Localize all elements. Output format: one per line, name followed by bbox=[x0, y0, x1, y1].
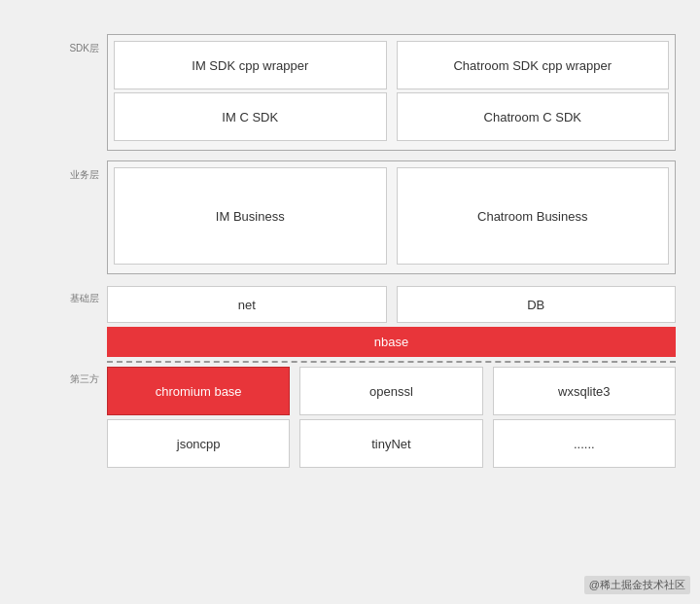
openssl-block: openssl bbox=[299, 367, 482, 415]
chatroom-business-block: Chatroom Business bbox=[397, 167, 670, 265]
chromium-base-block: chromium base bbox=[107, 367, 290, 415]
net-block: net bbox=[107, 286, 387, 323]
sdk-layer-label: SDK层 bbox=[24, 34, 107, 54]
separator bbox=[107, 361, 676, 363]
architecture-diagram: SDK层 IM SDK cpp wrapper Chatroom SDK cpp… bbox=[0, 0, 700, 604]
im-business-block: IM Business bbox=[114, 167, 387, 265]
third-party-label: 第三方 bbox=[24, 367, 107, 385]
business-layer-label: 业务层 bbox=[24, 160, 107, 181]
base-layer-label: 基础层 bbox=[24, 286, 107, 304]
db-block: DB bbox=[397, 286, 677, 323]
chatroom-c-sdk-block: Chatroom C SDK bbox=[397, 92, 670, 141]
im-c-sdk-block: IM C SDK bbox=[114, 92, 387, 141]
tinynet-block: tinyNet bbox=[299, 419, 482, 468]
ellipsis-block: ...... bbox=[493, 419, 676, 468]
watermark: @稀土掘金技术社区 bbox=[584, 576, 690, 594]
im-sdk-cpp-block: IM SDK cpp wrapper bbox=[114, 41, 387, 89]
chatroom-sdk-cpp-block: Chatroom SDK cpp wrapper bbox=[397, 41, 670, 89]
wxsqlite3-block: wxsqlite3 bbox=[493, 367, 676, 415]
jsoncpp-block: jsoncpp bbox=[107, 419, 290, 468]
nbase-block: nbase bbox=[107, 327, 676, 357]
